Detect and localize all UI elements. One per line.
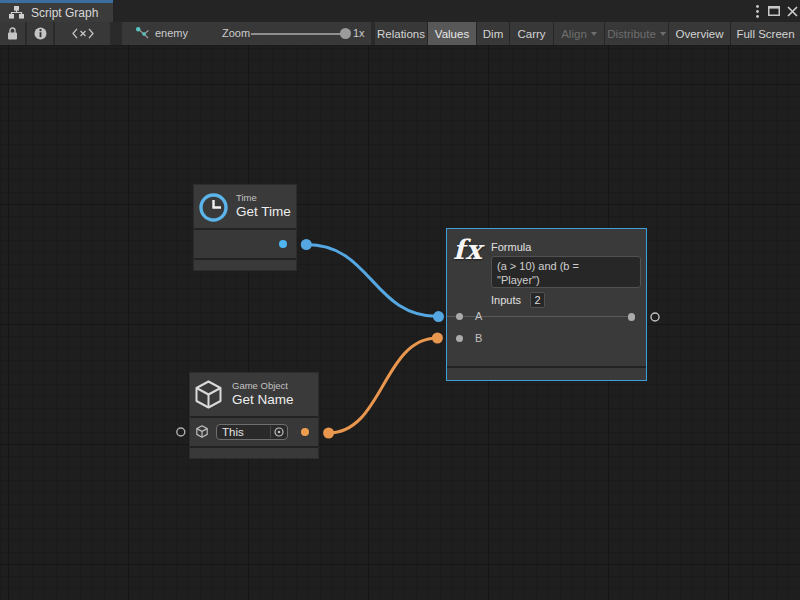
close-icon[interactable] — [785, 0, 800, 22]
toolbar-buttons: Relations Values Dim Carry Align Distrib… — [375, 22, 800, 45]
info-button[interactable] — [27, 22, 53, 45]
formula-input-port-a[interactable] — [456, 313, 464, 321]
inputs-count-field[interactable]: 2 — [530, 292, 545, 308]
tab-script-graph[interactable]: Script Graph — [0, 0, 113, 22]
graph-breadcrumb-bar: enemy Zoom 1x — [122, 22, 371, 45]
script-graph-window: Script Graph — [0, 0, 800, 600]
formula-output-port[interactable] — [628, 313, 636, 321]
target-object-value: This — [217, 426, 270, 438]
node-header: Time Get Time — [193, 184, 297, 228]
dim-button[interactable]: Dim — [476, 22, 509, 45]
node-footer — [193, 260, 297, 271]
node-get-time[interactable]: Time Get Time — [193, 184, 297, 271]
breadcrumb-graph-name[interactable]: enemy — [155, 27, 188, 39]
formula-fx-icon: fx — [453, 234, 483, 265]
kebab-menu-icon[interactable] — [750, 0, 764, 22]
cube-icon — [195, 380, 222, 409]
node-header: Game Object Get Name — [189, 372, 319, 416]
node-main: fx Formula (a > 10) and (b ="Player") In… — [446, 228, 647, 366]
graph-canvas[interactable] — [0, 45, 800, 600]
title-bar: Script Graph — [0, 0, 800, 22]
maximize-icon[interactable] — [766, 0, 782, 22]
formula-expression-input[interactable]: (a > 10) and (b ="Player") — [491, 256, 641, 288]
info-icon — [34, 27, 47, 40]
relations-button[interactable]: Relations — [375, 22, 427, 45]
toolbar: enemy Zoom 1x Relations Values Dim Carry… — [0, 22, 800, 45]
node-formula[interactable]: fx Formula (a > 10) and (b ="Player") In… — [446, 228, 647, 381]
port-a-label: A — [475, 310, 482, 322]
tab-title: Script Graph — [31, 6, 98, 20]
chevron-down-icon — [660, 32, 666, 36]
node-title: Formula — [491, 241, 531, 253]
node-get-name[interactable]: Game Object Get Name This — [189, 372, 319, 459]
lock-button[interactable] — [0, 22, 25, 45]
carry-button[interactable]: Carry — [509, 22, 553, 45]
node-body: This — [189, 418, 319, 446]
overview-button[interactable]: Overview — [668, 22, 730, 45]
gameobject-port-icon — [196, 425, 208, 438]
values-button[interactable]: Values — [427, 22, 476, 45]
align-button[interactable]: Align — [553, 22, 604, 45]
zoom-value: 1x — [353, 27, 365, 39]
node-footer — [446, 368, 647, 381]
node-title: Get Time — [236, 204, 291, 220]
distribute-button[interactable]: Distribute — [604, 22, 668, 45]
lock-icon — [7, 27, 18, 40]
object-picker-icon[interactable] — [270, 425, 287, 439]
graph-breadcrumb-icon — [135, 26, 151, 41]
graph-icon — [9, 6, 24, 19]
fullscreen-button[interactable]: Full Screen — [730, 22, 800, 45]
node-title: Get Name — [232, 392, 294, 408]
node-category: Time — [236, 192, 291, 204]
node-category: Game Object — [232, 380, 294, 392]
node-footer — [189, 448, 319, 459]
formula-input-port-b[interactable] — [456, 335, 464, 343]
angle-brackets-x-icon — [72, 28, 94, 39]
zoom-label: Zoom — [222, 27, 250, 39]
time-output-port[interactable] — [279, 240, 287, 248]
variables-button[interactable] — [55, 22, 110, 45]
zoom-slider-handle[interactable] — [340, 28, 351, 39]
target-object-field[interactable]: This — [216, 424, 288, 440]
zoom-slider-track[interactable] — [251, 33, 342, 35]
chevron-down-icon — [591, 32, 597, 36]
port-b-label: B — [475, 332, 482, 344]
inputs-label: Inputs — [491, 294, 521, 306]
node-body — [193, 230, 297, 258]
getname-output-port[interactable] — [301, 428, 309, 436]
clock-icon — [199, 193, 228, 222]
